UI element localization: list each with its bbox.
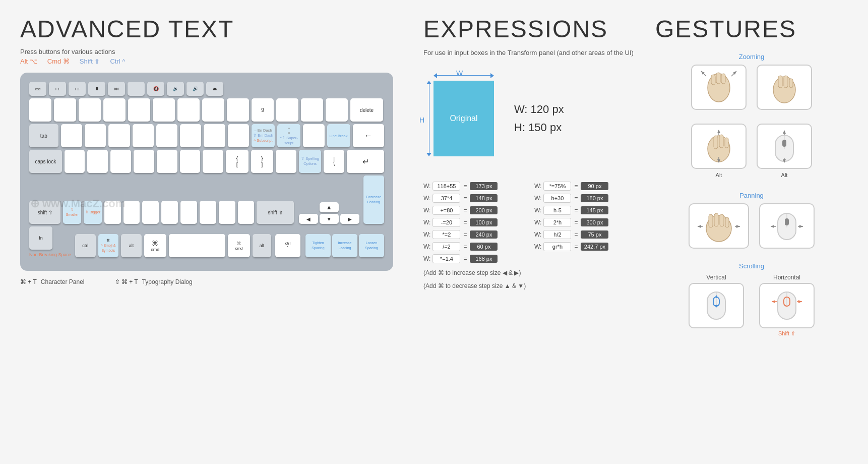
svg-rect-22 [782, 140, 786, 147]
expr-result-3: 180 px [581, 194, 608, 202]
expressions-desc: For use in input boxes in the Transform … [423, 48, 635, 58]
key-f [134, 150, 154, 173]
svg-rect-3 [721, 74, 725, 84]
scroll-horizontal-label: Horizontal [773, 274, 800, 281]
scroll-vertical-label: Vertical [706, 274, 726, 281]
arrow-up-head [426, 81, 431, 84]
key-y [180, 124, 201, 147]
scroll-gesture-icon [764, 69, 804, 106]
expr-input-10: /=2 [432, 242, 460, 251]
expr-input-3: h+30 [543, 194, 571, 203]
pan-hand-icon [694, 207, 744, 245]
expr-result-1: 90 px [581, 182, 608, 190]
left-panel: ADVANCED TEXT Press buttons for various … [20, 15, 403, 449]
key-ctrl-l: ctrl [75, 234, 96, 257]
expr-result-5: 145 px [581, 206, 608, 214]
svg-marker-33 [698, 225, 701, 228]
expr-input-0: 118+55 [432, 182, 460, 191]
note-key-2: ⇧ ⌘ + T [115, 278, 138, 285]
expressions-table: W: 118+55 = 173 px W: *=75% = 90 px W: 3… [423, 182, 635, 263]
key-shift-r: shift ⇧ [257, 201, 293, 224]
space-row: fn Non-Breaking Space ctrl ⌘ ^ Emoji & S… [29, 226, 384, 257]
svg-rect-31 [725, 217, 729, 227]
shift-modifier: Shift ⇧ [80, 57, 100, 65]
key-minus [301, 98, 323, 122]
alt-modifier: Alt ⌥ [20, 57, 37, 65]
expr-result-10: 60 px [470, 243, 498, 251]
bottom-arrow-cluster: Tighten Spacing Increase Leading Loosen … [305, 234, 384, 257]
note-character-panel: ⌘ + T Character Panel [20, 278, 85, 285]
nonbreaking-group: fn Non-Breaking Space [29, 226, 71, 257]
watermark: ⊕www.MacZ.com [30, 197, 125, 210]
alt-mouse-group: Alt [757, 124, 812, 178]
width-value: W: 120 px [514, 103, 564, 116]
w-arrow [433, 72, 494, 79]
expr-row-5: W: h-5 = 145 px [534, 206, 635, 215]
height-value: H: 150 px [514, 121, 564, 134]
gesture-pan-hand-card [689, 203, 749, 249]
expr-input-6: -=20 [432, 218, 460, 227]
key-f3: ⏸ [88, 82, 105, 96]
step-note-2: (Add ⌘ to decrease step size ▲ & ▼) [423, 282, 635, 289]
svg-marker-24 [783, 130, 786, 134]
keyboard: esc F1 F2 ⏸ ⏭ 🔇 🔉 🔊 [20, 73, 393, 271]
arrow-left-head [433, 73, 437, 78]
key-j [203, 150, 223, 173]
panning-row [689, 203, 815, 249]
key-f4: ⏭ [108, 82, 125, 96]
svg-rect-28 [709, 214, 713, 227]
note-typography: ⇧ ⌘ + T Typography Dialog [115, 278, 193, 285]
svg-rect-13 [714, 136, 718, 149]
zooming-section: Zooming [655, 53, 848, 116]
key-t [156, 124, 177, 147]
expr-row-0: W: 118+55 = 173 px [423, 182, 524, 191]
key-ctrl-r: ctrl⌃ [275, 234, 300, 257]
gesture-scroll-h-card [759, 283, 815, 328]
svg-rect-2 [716, 73, 720, 84]
key-quote-spelling: ⇧ Spelling Options [299, 150, 321, 173]
expr-row-10: W: /=2 = 60 px [423, 242, 524, 251]
expr-result-8: 240 px [470, 230, 498, 239]
expr-row-2: W: 37*4 = 148 px [423, 194, 524, 203]
expr-input-11: gr*h [543, 242, 571, 251]
expr-row-7: W: 2*h = 300 px [534, 218, 635, 227]
expr-row-4: W: +=80 = 200 px [423, 206, 524, 215]
key-tighten-spacing: Tighten Spacing [305, 234, 331, 257]
svg-rect-15 [725, 138, 728, 148]
expr-row-3: W: h+30 = 180 px [534, 194, 635, 203]
zooming-alt-row: Alt [691, 124, 812, 178]
expr-eq-0: = [462, 183, 468, 190]
expr-result-12: 168 px [470, 255, 498, 263]
fn-row: esc F1 F2 ⏸ ⏭ 🔇 🔉 🔊 [29, 82, 384, 96]
key-l-brace: } ] [251, 150, 273, 173]
panning-section: Panning [655, 192, 848, 255]
expr-input-9: h/2 [543, 230, 571, 239]
key-capslock: caps lock [29, 150, 62, 173]
expr-result-7: 300 px [581, 218, 608, 226]
step-note-1: (Add ⌘ to increase step size ◀ & ▶) [423, 269, 635, 276]
key-emoji: ⌘ ^ Emoji & Symbols [98, 234, 119, 257]
key-3 [103, 98, 126, 122]
gesture-alt-mouse-card [757, 124, 812, 169]
svg-rect-14 [719, 135, 723, 148]
arrow-vline [429, 84, 429, 153]
asdf-row: caps lock { [ } ] [29, 150, 384, 173]
qwerty-row: tab – En Dash ⇧ Em Dash ^ Subscript + [29, 124, 384, 147]
key-semicolon [276, 150, 296, 173]
pan-mouse-icon [767, 207, 807, 245]
key-slash [238, 201, 255, 224]
scroll-section: Vertical [689, 274, 815, 337]
original-diagram: W H Original [423, 68, 504, 169]
key-h [180, 150, 201, 173]
key-bracket-open [303, 124, 324, 147]
svg-rect-29 [714, 213, 718, 226]
expr-input-5: h-5 [543, 206, 571, 215]
svg-rect-38 [785, 218, 789, 225]
zooming-label: Zooming [739, 53, 765, 61]
expr-input-4: +=80 [432, 206, 460, 215]
shift-label: Shift ⇧ [778, 330, 795, 337]
right-corner-keys: ctrl⌃ [275, 234, 300, 257]
expr-input-2: 37*4 [432, 194, 460, 203]
expr-input-7: 2*h [543, 218, 571, 227]
bottom-notes: ⌘ + T Character Panel ⇧ ⌘ + T Typography… [20, 278, 403, 285]
